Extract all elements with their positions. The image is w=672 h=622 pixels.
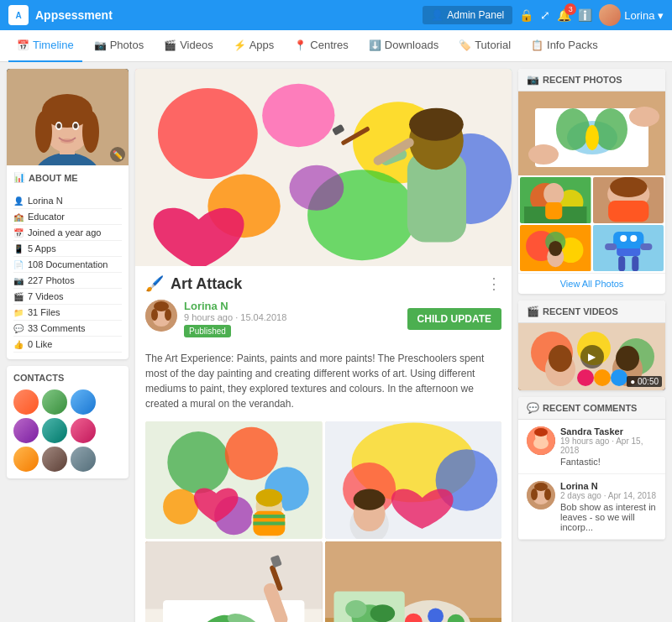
author-avatar (145, 300, 177, 332)
author-name[interactable]: Lorina N (184, 300, 401, 312)
rp3-svg (520, 225, 591, 271)
contact-avatar[interactable] (71, 447, 96, 472)
photo3-svg (145, 541, 323, 622)
recent-photo-item[interactable] (593, 177, 664, 223)
user-name: Lorina ▾ (624, 9, 664, 22)
contacts-title: CONTACTS (13, 373, 122, 383)
comment-text: Bob show as interest in leaves - so we w… (560, 502, 657, 532)
published-badge: Published (184, 325, 231, 337)
user-menu[interactable]: Lorina ▾ (599, 4, 664, 26)
info-packs-label: Info Packs (547, 39, 598, 51)
svg-point-14 (60, 139, 74, 144)
expand-icon[interactable]: ⤢ (540, 8, 550, 22)
play-button[interactable]: ▶ (580, 345, 604, 368)
post-author-row: Lorina N 9 hours ago · 15.04.2018 Publis… (135, 300, 512, 344)
contact-avatar[interactable] (42, 447, 67, 472)
contact-avatar[interactable] (71, 389, 96, 415)
nav-videos[interactable]: 🎬 Videos (155, 30, 222, 62)
svg-point-37 (165, 309, 171, 321)
info-icon[interactable]: ℹ️ (578, 8, 592, 22)
recent-photo-main-svg (518, 91, 665, 175)
nav-photos[interactable]: 📷 Photos (86, 30, 152, 62)
comment-content: Sandra Tasker 19 hours ago · Apr 15, 201… (560, 426, 657, 467)
contact-avatar[interactable] (13, 418, 39, 443)
recent-photo-main[interactable] (518, 91, 665, 175)
about-me-files: 📁 31 Files (13, 305, 122, 321)
post-hero-image (135, 69, 512, 266)
child-update-button[interactable]: CHILD UPDATE (407, 308, 501, 330)
chart-icon: 📊 (13, 172, 25, 183)
svg-point-115 (630, 235, 637, 242)
svg-rect-100 (545, 202, 562, 219)
about-me-apps: 📱 5 Apps (13, 241, 122, 257)
contact-avatar[interactable] (42, 418, 67, 443)
right-sidebar: 📷 RECENT PHOTOS (518, 69, 665, 622)
svg-point-131 (611, 369, 627, 386)
contact-avatar[interactable] (13, 389, 39, 415)
admin-panel-button[interactable]: 👤 Admin Panel (423, 6, 512, 24)
post-more-button[interactable]: ⋮ (486, 274, 501, 293)
comment-meta: 19 hours ago · Apr 15, 2018 (560, 436, 657, 455)
recent-photo-item[interactable] (520, 225, 591, 271)
role-icon: 🏫 (13, 212, 24, 222)
nav-info-packs[interactable]: 📋 Info Packs (522, 30, 606, 62)
contact-avatar[interactable] (71, 418, 96, 443)
view-all-photos-link[interactable]: View All Photos (518, 273, 665, 294)
photo-grid-item[interactable] (145, 541, 323, 622)
nav-timeline[interactable]: 📅 Timeline (8, 30, 82, 62)
nav-tutorial[interactable]: 🏷️ Tutorial (450, 30, 519, 62)
commenter-avatar (527, 481, 555, 510)
contact-avatar[interactable] (42, 389, 67, 415)
svg-point-86 (370, 604, 394, 622)
svg-point-93 (528, 144, 559, 165)
photos-count-icon: 📷 (13, 276, 24, 285)
profile-photo: ✏️ (7, 69, 129, 165)
photo-edit-icon[interactable]: ✏️ (110, 147, 125, 162)
nav-downloads[interactable]: ⬇️ Downloads (360, 30, 447, 62)
svg-point-141 (544, 489, 551, 500)
app-name: Appsessment (35, 8, 113, 22)
svg-point-60 (353, 489, 385, 510)
author-avatar-svg (145, 300, 177, 332)
svg-point-13 (74, 123, 78, 128)
video-thumbnail[interactable]: ▶ ● 00:50 (518, 323, 665, 390)
photo-grid-item[interactable] (145, 421, 323, 539)
svg-rect-104 (608, 201, 648, 222)
lock-icon[interactable]: 🔒 (519, 8, 533, 22)
nav-centres[interactable]: 📍 Centres (286, 30, 357, 62)
comment-meta: 2 days ago · Apr 14, 2018 (560, 491, 657, 500)
post-card: 🖌️ Art Attack ⋮ (135, 69, 512, 622)
post-header: 🖌️ Art Attack ⋮ (135, 266, 512, 300)
top-nav-actions: 👤 Admin Panel 🔒 ⤢ 🔔 3 ℹ️ Lorina ▾ (423, 4, 664, 26)
recent-videos-title: 🎬 RECENT VIDEOS (518, 301, 665, 323)
contact-avatar[interactable] (13, 447, 39, 472)
comment-text: Fantastic! (560, 457, 657, 467)
photo-grid-item[interactable] (325, 541, 502, 622)
svg-point-17 (158, 88, 258, 179)
recent-photo-item[interactable] (520, 177, 591, 223)
notification-icon[interactable]: 🔔 3 (557, 8, 571, 22)
svg-point-110 (549, 241, 562, 256)
nav-apps[interactable]: ⚡ Apps (225, 30, 283, 62)
photo-grid-item[interactable] (325, 421, 502, 539)
videos-count-icon: 🎬 (13, 292, 24, 301)
info-packs-icon: 📋 (531, 39, 543, 51)
svg-rect-51 (253, 521, 285, 525)
svg-point-90 (556, 108, 590, 150)
svg-point-41 (167, 431, 229, 494)
sub-navigation: 📅 Timeline 📷 Photos 🎬 Videos ⚡ Apps 📍 Ce… (0, 30, 672, 62)
svg-rect-119 (640, 243, 652, 250)
photos-icon: 📷 (94, 39, 107, 51)
svg-point-103 (610, 177, 647, 197)
about-me-comments: 💬 33 Comments (13, 321, 122, 337)
recent-photo-item[interactable] (593, 225, 664, 271)
svg-point-99 (543, 183, 564, 205)
rp4-svg (593, 225, 664, 271)
svg-point-24 (290, 165, 344, 211)
rp2-svg (593, 177, 664, 223)
paint-brush-icon: 🖌️ (145, 274, 164, 293)
svg-point-140 (531, 489, 538, 500)
notification-badge: 3 (564, 3, 576, 15)
recent-photos-row (518, 175, 665, 273)
app-logo: A (8, 5, 29, 25)
